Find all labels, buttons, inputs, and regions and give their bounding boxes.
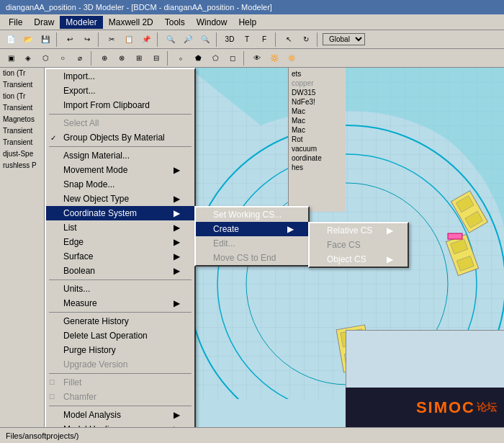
menu-face-cs[interactable]: Face CS — [310, 238, 408, 252]
checkbox-fillet: ☐ — [49, 379, 55, 386]
canvas-area: 0 Time = -1 SIMOC 论坛 ets copper DW315 Nd… — [45, 68, 504, 427]
tb2-3[interactable]: ⬡ — [37, 51, 53, 66]
tb-redo[interactable]: ↪ — [79, 32, 95, 47]
create-cs-submenu: Relative CS ▶ Face CS Object CS ▶ — [308, 222, 409, 268]
tb2-12[interactable]: ⬠ — [207, 51, 223, 66]
menu-modeler[interactable]: Modeler — [60, 16, 102, 29]
tb2-1[interactable]: ▣ — [3, 51, 19, 66]
tb-top-view[interactable]: T — [239, 32, 255, 47]
menu-help[interactable]: Help — [233, 16, 262, 29]
tb2-10[interactable]: ⬦ — [173, 51, 189, 66]
tb2-view2[interactable]: 🔆 — [266, 51, 282, 66]
tb-rotate[interactable]: ↻ — [298, 32, 314, 47]
menu-assign-material[interactable]: Assign Material... — [46, 148, 194, 163]
tb-copy[interactable]: 📋 — [121, 32, 137, 47]
tb-open[interactable]: 📂 — [20, 32, 36, 47]
tb-save[interactable]: 💾 — [37, 32, 53, 47]
tb-sep5 — [275, 32, 278, 47]
menu-set-working-cs[interactable]: Set Working CS... — [196, 207, 308, 222]
tb2-view1[interactable]: 👁 — [249, 51, 265, 66]
menu-maxwell2d[interactable]: Maxwell 2D — [103, 16, 159, 29]
menu-measure[interactable]: Measure ▶ — [46, 296, 194, 310]
tb-sep3 — [157, 32, 160, 47]
menu-move-cs-to-end[interactable]: Move CS to End — [196, 251, 308, 265]
tb-zoom-in[interactable]: 🔎 — [180, 32, 196, 47]
menu-create-cs[interactable]: Create ▶ Relative CS ▶ Face CS — [196, 222, 308, 236]
toolbar-1: 📄 📂 💾 ↩ ↪ ✂ 📋 📌 🔍 🔎 🔍 3D T F ↖ ↻ Global — [0, 30, 504, 49]
menu-surface[interactable]: Surface ▶ — [46, 249, 194, 264]
menu-draw[interactable]: Draw — [28, 16, 60, 29]
menu-object-cs[interactable]: Object CS ▶ — [310, 252, 408, 267]
tb2-4[interactable]: ○ — [55, 51, 71, 66]
menu-coordinate-system[interactable]: Coordinate System ▶ Set Working CS... Cr… — [46, 206, 194, 220]
tb-select[interactable]: ↖ — [281, 32, 297, 47]
material-item-4: NdFe3! — [290, 97, 344, 107]
checkbox-chamfer: ☐ — [49, 393, 55, 401]
list-arrow: ▶ — [174, 223, 180, 233]
menu-purge-history[interactable]: Purge History — [46, 343, 194, 357]
menu-upgrade-version[interactable]: Upgrade Version — [46, 357, 194, 372]
tb2-6[interactable]: ⊕ — [96, 51, 112, 66]
menu-relative-cs[interactable]: Relative CS ▶ — [310, 223, 408, 238]
menu-new-object-type[interactable]: New Object Type ▶ — [46, 192, 194, 206]
menu-units[interactable]: Units... — [46, 282, 194, 296]
tb2-9[interactable]: ⊟ — [148, 51, 164, 66]
menu-model-analysis[interactable]: Model Analysis ▶ — [46, 408, 194, 422]
tb-undo[interactable]: ↩ — [62, 32, 78, 47]
tb-new[interactable]: 📄 — [3, 32, 19, 47]
toolbar-2: ▣ ◈ ⬡ ○ ⌀ ⊕ ⊗ ⊞ ⊟ ⬦ ⬟ ⬠ ◻ 👁 🔆 🔅 — [0, 49, 504, 68]
tb2-13[interactable]: ◻ — [225, 51, 240, 66]
material-item-9: vacuum — [290, 144, 344, 153]
tb2-7[interactable]: ⊗ — [114, 51, 130, 66]
coord-select[interactable]: Global — [323, 33, 365, 45]
menu-fillet[interactable]: ☐ Fillet — [46, 375, 194, 390]
tb-front-view[interactable]: F — [256, 32, 272, 47]
tb-zoom-out[interactable]: 🔍 — [197, 32, 213, 47]
menu-window[interactable]: Window — [191, 16, 233, 29]
tb-search[interactable]: 🔍 — [163, 32, 179, 47]
menu-file[interactable]: File — [3, 16, 28, 29]
menu-edge[interactable]: Edge ▶ — [46, 235, 194, 249]
menu-chamfer[interactable]: ☐ Chamfer — [46, 390, 194, 404]
menu-tools[interactable]: Tools — [159, 16, 191, 29]
relative-cs-arrow: ▶ — [387, 225, 393, 236]
tb-cut[interactable]: ✂ — [104, 32, 120, 47]
tb-sep6 — [317, 32, 320, 47]
status-bar: Files/ansoftprojects/) — [0, 427, 504, 443]
menu-delete-last-op[interactable]: Delete Last Operation — [46, 328, 194, 343]
tb2-sep1 — [91, 51, 94, 66]
menu-sep-5 — [49, 373, 192, 374]
tb-3d-view[interactable]: 3D — [222, 32, 238, 47]
tb2-2[interactable]: ◈ — [20, 51, 36, 66]
tb2-view3[interactable]: 🔅 — [284, 51, 300, 66]
tb2-8[interactable]: ⊞ — [131, 51, 147, 66]
menu-export[interactable]: Export... — [46, 84, 194, 98]
menu-select-all[interactable]: Select All — [46, 116, 194, 130]
menu-snap-mode[interactable]: Snap Mode... — [46, 177, 194, 192]
menu-edit-cs[interactable]: Edit... — [196, 236, 308, 251]
modeler-menu-popup: Import... Export... Import From Clipboar… — [45, 68, 196, 427]
left-item-6: Transient — [0, 125, 44, 137]
menu-model-healing[interactable]: Model Healing ▶ — [46, 422, 194, 427]
material-item-11: hes — [290, 163, 344, 172]
menu-list[interactable]: List ▶ — [46, 220, 194, 235]
tb2-5[interactable]: ⌀ — [72, 51, 88, 66]
menu-generate-history[interactable]: Generate History — [46, 314, 194, 328]
menu-movement-mode[interactable]: Movement Mode ▶ — [46, 163, 194, 177]
menu-boolean[interactable]: Boolean ▶ — [46, 264, 194, 278]
tb-paste[interactable]: 📌 — [138, 32, 154, 47]
menu-group-objects[interactable]: ✓ Group Objects By Material — [46, 130, 194, 145]
material-item-6: Mac — [290, 116, 344, 125]
menu-import-clipboard[interactable]: Import From Clipboard — [46, 98, 194, 112]
menu-sep-3 — [49, 279, 192, 280]
menu-import[interactable]: Import... — [46, 69, 194, 84]
model-analysis-arrow: ▶ — [174, 410, 180, 420]
menu-sep-6 — [49, 406, 192, 406]
edge-arrow: ▶ — [174, 237, 180, 247]
left-item-8: djust-Spe — [0, 148, 44, 160]
menu-sep-4 — [49, 312, 192, 313]
surface-arrow: ▶ — [174, 251, 180, 261]
submenu-arrow: ▶ — [174, 165, 180, 175]
tb2-11[interactable]: ⬟ — [190, 51, 206, 66]
submenu-arrow-2: ▶ — [174, 194, 180, 204]
